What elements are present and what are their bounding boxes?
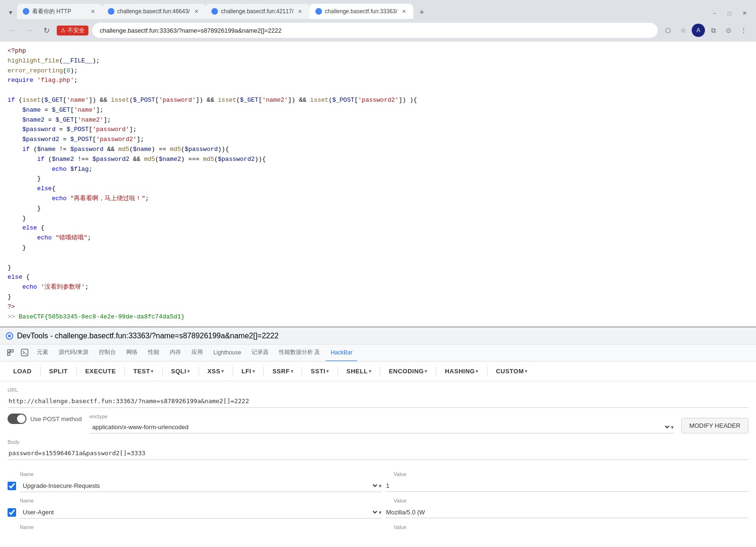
code-line-14: } [8,174,748,184]
code-line-18: } [8,214,748,224]
hashing-arrow-icon: ▾ [476,369,478,374]
devtools-tab-hackbar[interactable]: HackBar [326,344,357,362]
tab-close-3[interactable]: ✕ [296,8,304,15]
url-section: URL [8,387,748,408]
toolbar-divider-12 [487,367,487,376]
window-controls: − □ ✕ [703,8,756,19]
code-line-25: echo '没看到参数呀'; [8,282,748,292]
hackbar-split-btn[interactable]: SPLIT [43,365,73,377]
devtools-tab-recorder[interactable]: 记录器 [247,344,273,362]
header-row-2: User-Agent ▾ [8,506,748,519]
code-line-10: $password2 = $_POST['password2']; [8,135,748,145]
hackbar-shell-btn[interactable]: SHELL ▾ [341,365,377,377]
code-line-12: if ($name2 !== $password2 && md5($name2)… [8,155,748,165]
new-tab-btn[interactable]: + [415,6,428,19]
code-line-5 [8,86,748,96]
devtools-tab-performance-insights[interactable]: 性能数据分析 及 [274,344,325,362]
browser-tab-2[interactable]: challenge.basectf.fun:46643/ ✕ [102,4,206,19]
minimize-btn[interactable]: − [709,8,720,19]
test-arrow-icon: ▾ [151,369,154,374]
hackbar-test-btn[interactable]: TEST ▾ [128,365,159,377]
post-method-toggle-group: Use POST method [8,414,82,424]
body-label: Body [8,439,748,445]
hackbar-hashing-btn[interactable]: HASHING ▾ [439,365,484,377]
xss-arrow-icon: ▾ [221,369,224,374]
body-input[interactable] [8,447,748,460]
code-line-2: highlight_file(__FILE__); [8,56,748,66]
body-section: Body [8,439,748,460]
hackbar-lfi-btn[interactable]: LFI ▾ [236,365,261,377]
close-window-btn[interactable]: ✕ [739,8,750,19]
hackbar-ssrf-btn[interactable]: SSRF ▾ [267,365,299,377]
tab-close-4[interactable]: ✕ [400,8,408,15]
devtools-tab-application[interactable]: 应用 [187,344,208,362]
header-2-name-select[interactable]: User-Agent [20,506,379,518]
sqli-arrow-icon: ▾ [187,369,190,374]
svg-point-1 [8,335,11,337]
url-input[interactable] [92,23,658,38]
header-1-name-select[interactable]: Upgrade-Insecure-Requests [20,480,379,492]
header-2-checkbox[interactable] [8,508,16,517]
hackbar-xss-btn[interactable]: XSS ▾ [202,365,230,377]
code-line-9: $password = $_POST['password']; [8,125,748,135]
svg-rect-3 [11,350,13,352]
bookmark-icon[interactable]: ☆ [677,24,690,37]
enctype-select-wrap: application/x-www-form-urlencoded ▾ [89,421,674,433]
devtools-tab-performance[interactable]: 性能 [143,344,164,362]
tab-close-2[interactable]: ✕ [192,8,200,15]
profile-icon[interactable]: A [692,24,705,37]
tab-favicon-1 [23,8,29,15]
post-method-label: Use POST method [30,415,82,423]
devtools-tab-lighthouse[interactable]: Lighthouse [209,344,246,362]
devtools-tab-console-icon[interactable] [18,344,31,362]
hackbar-load-btn[interactable]: LOAD [8,365,37,377]
back-btn[interactable]: ← [6,24,19,37]
browser-tab-1[interactable]: 看看你的 HTTP ✕ [17,4,102,19]
toolbar-divider-7 [263,367,264,376]
hackbar-ssti-btn[interactable]: SSTI ▾ [305,365,334,377]
toolbar-divider-5 [199,367,199,376]
header-1-checkbox[interactable] [8,482,16,490]
cast-icon[interactable]: ⬡ [661,24,675,37]
tab-dropdown-btn[interactable]: ▾ [4,6,17,19]
url-field[interactable] [8,395,748,408]
menu-icon[interactable]: ⋮ [737,24,750,37]
tab-title-2: challenge.basectf.fun:46643/ [117,8,190,15]
hackbar-sqli-btn[interactable]: SQLI ▾ [165,365,196,377]
toolbar-divider-3 [124,367,125,376]
reload-btn[interactable]: ↻ [40,24,53,37]
browser-tab-4[interactable]: challenge.basectf.fun:33363/ ✕ [310,4,413,19]
devtools-tab-network[interactable]: 网络 [122,344,142,362]
header-1-value-input[interactable] [385,480,749,492]
chrome-icon[interactable]: ⊙ [722,24,735,37]
post-method-toggle[interactable] [8,414,26,424]
enctype-select[interactable]: application/x-www-form-urlencoded [89,421,671,433]
header-2-value-input[interactable] [385,507,749,518]
ssrf-arrow-icon: ▾ [291,369,294,374]
devtools-tab-elements[interactable]: 元素 [32,344,53,362]
maximize-btn[interactable]: □ [724,8,735,19]
hackbar-execute-btn[interactable]: EXECUTE [79,365,122,377]
devtools-tab-sources[interactable]: 源代码/来源 [54,344,93,362]
toolbar-divider-9 [338,367,338,376]
tab-close-1[interactable]: ✕ [89,8,96,15]
hackbar-body: URL Use POST method enctype ap [0,381,756,469]
tab-favicon-2 [108,8,114,15]
modify-header-btn[interactable]: MODIFY HEADER [681,418,748,433]
browser-tab-3[interactable]: challenge.basectf.fun:42117/ ✕ [206,4,309,19]
lfi-arrow-icon: ▾ [252,369,255,374]
security-badge[interactable]: ⚠ 不安全 [57,26,88,35]
forward-btn[interactable]: → [23,24,36,37]
devtools-tab-console[interactable]: 控制台 [94,344,121,362]
browser-chrome: ▾ 看看你的 HTTP ✕ challenge.basectf.fun:4664… [0,0,756,42]
headers-section: Name Value Upgrade-Insecure-Requests ▾ [0,469,756,538]
code-line-17: } [8,204,748,214]
devtools-tab-cursor-icon[interactable] [4,344,17,362]
toolbar-divider-1 [40,367,41,376]
extension-icon[interactable]: ⧉ [707,24,720,37]
hackbar-encoding-btn[interactable]: ENCODING ▾ [383,365,433,377]
tab-title-4: challenge.basectf.fun:33363/ [325,8,397,15]
devtools-tab-memory[interactable]: 内存 [165,344,186,362]
enctype-section: enctype application/x-www-form-urlencode… [89,414,674,433]
hackbar-custom-btn[interactable]: CUSTOM ▾ [490,365,533,377]
